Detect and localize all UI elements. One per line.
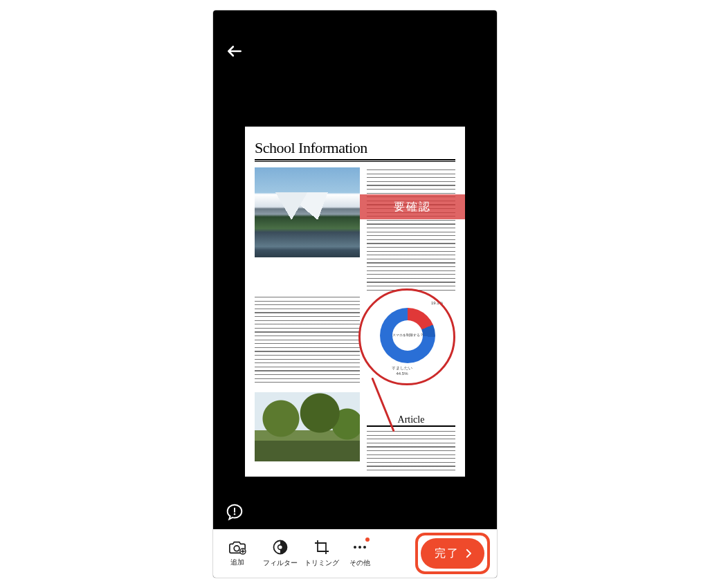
svg-point-10	[354, 546, 356, 549]
crop-icon	[313, 539, 330, 555]
article-section: Article	[367, 414, 455, 467]
more-label: その他	[349, 558, 370, 568]
title-divider-thin	[255, 161, 455, 162]
annotation-banner[interactable]: 要確認	[360, 194, 465, 219]
filter-label: フィルター	[263, 558, 298, 568]
bottom-toolbar: 追加 フィルター トリミング その他	[213, 529, 497, 578]
back-button[interactable]	[226, 42, 244, 60]
arrow-left-icon	[226, 42, 244, 60]
svg-point-2	[234, 546, 239, 551]
add-button[interactable]: 追加	[216, 529, 259, 578]
svg-point-11	[358, 546, 361, 549]
svg-point-1	[234, 513, 235, 515]
speech-bubble-alert-icon	[226, 503, 244, 521]
svg-point-12	[363, 546, 366, 549]
notification-dot-icon	[365, 538, 370, 542]
body-text-column-right	[367, 169, 455, 293]
camera-add-icon	[228, 540, 246, 555]
document-content: School Information 19.1% スマホを制限する？ すましたい…	[245, 127, 465, 477]
scanned-document-preview[interactable]: School Information 19.1% スマホを制限する？ すましたい…	[245, 127, 465, 477]
filter-button[interactable]: フィルター	[259, 529, 302, 578]
title-divider	[255, 159, 455, 160]
filter-icon	[272, 539, 289, 555]
trees-photo	[255, 392, 360, 461]
donut-center-label: スマホを制限する？	[368, 333, 447, 337]
article-heading: Article	[367, 414, 455, 427]
annotation-circle[interactable]	[358, 288, 455, 385]
done-button[interactable]: 完了	[421, 538, 484, 569]
done-button-highlight: 完了	[415, 533, 490, 574]
more-button[interactable]: その他	[342, 529, 378, 578]
chevron-right-icon	[462, 547, 475, 560]
done-label: 完了	[435, 546, 459, 561]
add-label: 追加	[230, 558, 244, 567]
document-title: School Information	[255, 139, 455, 157]
crop-button[interactable]: トリミング	[302, 529, 342, 578]
body-text-column-left	[255, 297, 360, 383]
more-horizontal-icon	[352, 539, 368, 555]
phone-frame: School Information 19.1% スマホを制限する？ すましたい…	[213, 10, 497, 578]
mountain-photo	[255, 167, 360, 257]
feedback-button[interactable]	[226, 503, 244, 521]
crop-label: トリミング	[304, 558, 339, 568]
annotation-banner-text: 要確認	[394, 200, 431, 214]
